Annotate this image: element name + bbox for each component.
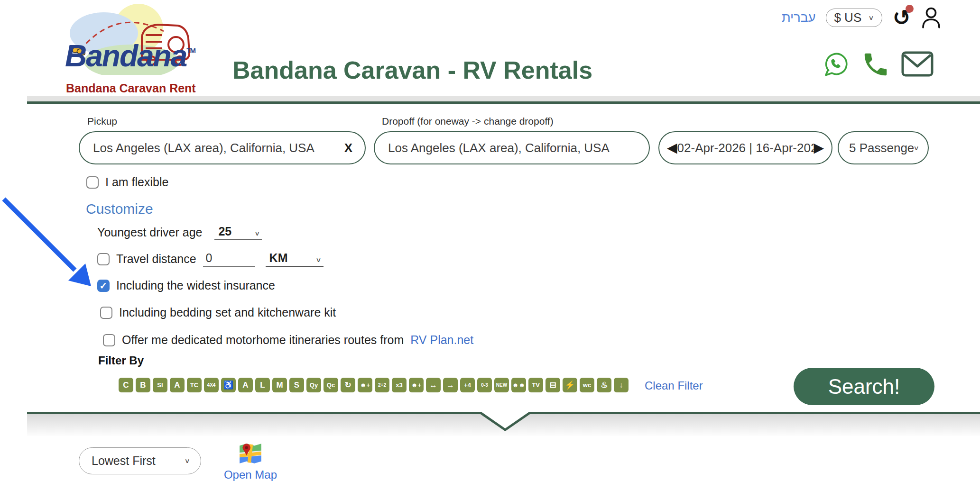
driver-age-label: Youngest driver age: [97, 226, 202, 239]
next-date-arrow-icon[interactable]: ▶: [814, 141, 824, 154]
filter-icons-row: CBSIATC4X4♿ALMSQyQc↻☻+2+2x3☻+↔→+40-3NEW☻…: [119, 378, 629, 392]
email-icon[interactable]: [901, 51, 934, 78]
filter-shower-icon[interactable]: ♨: [597, 378, 611, 392]
dropoff-value: Los Angeles (LAX area), California, USA: [388, 141, 610, 155]
contact-icons-row: [821, 49, 934, 80]
logo-subtitle: Bandana Caravan Rent: [66, 82, 196, 95]
filter-rv-small-icon[interactable]: S: [289, 378, 304, 392]
prev-date-arrow-icon[interactable]: ◀: [667, 141, 677, 154]
chevron-down-icon: ∨: [315, 256, 321, 264]
filter-class-si-icon[interactable]: SI: [153, 378, 167, 392]
filter-rv-dropoff-icon[interactable]: ↓: [614, 378, 629, 392]
sort-select[interactable]: Lowest First ∨: [79, 447, 201, 474]
trademark-symbol: TM: [186, 46, 195, 54]
filter-person-plus-icon[interactable]: ☻+: [358, 378, 372, 392]
filter-rv-medium-icon[interactable]: M: [272, 378, 287, 392]
flexible-checkbox[interactable]: ✓: [86, 176, 99, 189]
itineraries-label: Offer me dedicated motorhome itineraries…: [122, 333, 404, 347]
date-range-input[interactable]: ◀ 02-Apr-2026 | 16-Apr-2026 ▶: [658, 131, 832, 164]
chevron-down-icon: ∨: [254, 229, 260, 237]
filter-class-a-icon[interactable]: A: [170, 378, 185, 392]
dropoff-input[interactable]: Los Angeles (LAX area), California, USA: [374, 131, 650, 164]
page-title: Bandana Caravan - RV Rentals: [232, 56, 592, 84]
bedding-label: Including bedding set and kitchenware ki…: [119, 306, 336, 319]
filter-class-b-icon[interactable]: B: [136, 378, 150, 392]
bedding-checkbox[interactable]: ✓: [100, 307, 112, 319]
customize-toggle[interactable]: Customize: [86, 201, 153, 217]
filter-x3-icon[interactable]: x3: [392, 378, 407, 392]
site-logo[interactable]: BandanaTM Bandana Caravan Rent: [60, 4, 203, 97]
itineraries-checkbox[interactable]: ✓: [103, 334, 115, 346]
filter-quality-c-icon[interactable]: Qc: [324, 378, 338, 392]
filter-rv-oneway-icon[interactable]: →: [443, 378, 458, 392]
phone-icon[interactable]: [861, 49, 890, 80]
filter-rv-plus4-icon[interactable]: +4: [460, 378, 475, 392]
chevron-down-icon: ∨: [185, 457, 190, 465]
filter-seats-2plus2-icon[interactable]: 2+2: [375, 378, 389, 392]
logo-brand-text: BandanaTM: [65, 41, 195, 71]
filter-class-tc-icon[interactable]: TC: [187, 378, 202, 392]
page: BandanaTM Bandana Caravan Rent Bandana C…: [0, 0, 980, 481]
filter-rv-new-icon[interactable]: NEW: [494, 378, 509, 392]
open-map-button[interactable]: Open Map: [220, 441, 281, 481]
filter-wc-icon[interactable]: wc: [580, 378, 594, 392]
rv-plan-link[interactable]: RV Plan.net: [410, 333, 473, 347]
insurance-checkbox[interactable]: ✓: [97, 280, 110, 292]
insurance-row: ✓ Including the widest insurance: [97, 279, 275, 292]
filter-couple-icon[interactable]: ☻☻: [511, 378, 526, 392]
passengers-value: 5 Passengers: [849, 141, 914, 155]
driver-age-select[interactable]: 25 ∨: [214, 225, 262, 240]
pickup-value: Los Angeles (LAX area), California, USA: [93, 141, 314, 155]
filter-rotation-icon[interactable]: ↻: [341, 378, 355, 392]
language-link[interactable]: עברית: [782, 10, 815, 25]
search-button[interactable]: Search!: [794, 368, 934, 405]
filter-width-icon[interactable]: ↔: [426, 378, 441, 392]
travel-distance-row: ✓ Travel distance 0 KM ∨: [97, 251, 324, 267]
clear-pickup-button[interactable]: X: [344, 141, 352, 155]
dropoff-label: Dropoff (for oneway -> change dropoff): [382, 116, 554, 127]
travel-distance-input[interactable]: 0: [203, 251, 255, 267]
filter-4x4-icon[interactable]: 4X4: [204, 378, 219, 392]
date-range-value: 02-Apr-2026 | 16-Apr-2026: [677, 141, 814, 155]
filter-quality-y-icon[interactable]: Qy: [306, 378, 321, 392]
sort-value: Lowest First: [92, 454, 156, 468]
filter-rv-age-0-3-icon[interactable]: 0-3: [477, 378, 492, 392]
filter-family-plus-icon[interactable]: ☻+: [409, 378, 424, 392]
passengers-select[interactable]: 5 Passengers ∨: [838, 131, 929, 164]
insurance-label: Including the widest insurance: [116, 279, 275, 292]
driver-age-value: 25: [218, 225, 231, 238]
driver-age-row: Youngest driver age 25 ∨: [97, 225, 262, 240]
distance-unit-select[interactable]: KM ∨: [266, 251, 324, 267]
filter-bed-icon[interactable]: ⊟: [545, 378, 560, 392]
currency-value: $ US: [834, 10, 861, 25]
filter-wheelchair-icon[interactable]: ♿: [221, 378, 236, 392]
map-icon: [238, 441, 263, 466]
header-divider-line: [27, 101, 980, 104]
currency-select[interactable]: $ US ∨: [826, 9, 882, 27]
pickup-input[interactable]: Los Angeles (LAX area), California, USA …: [79, 131, 366, 164]
filter-power-icon[interactable]: ⚡: [563, 378, 577, 392]
filter-awning-icon[interactable]: A: [238, 378, 253, 392]
distance-unit-value: KM: [269, 251, 288, 265]
open-map-label: Open Map: [220, 468, 281, 481]
filter-rv-large-icon[interactable]: L: [255, 378, 270, 392]
filter-tv-icon[interactable]: TV: [528, 378, 543, 392]
history-icon[interactable]: ↺: [893, 7, 911, 28]
whatsapp-icon[interactable]: [821, 49, 851, 80]
clean-filter-link[interactable]: Clean Filter: [645, 379, 703, 392]
flexible-label: I am flexible: [105, 175, 168, 189]
chevron-down-icon: ∨: [914, 144, 919, 152]
travel-distance-label: Travel distance: [116, 252, 196, 266]
header-divider-band: [27, 96, 980, 101]
chevron-down-icon: ∨: [868, 14, 874, 22]
pickup-label: Pickup: [87, 116, 117, 127]
check-icon: ✓: [100, 281, 108, 290]
account-icon[interactable]: [921, 7, 941, 28]
filter-class-c-icon[interactable]: C: [119, 378, 133, 392]
travel-distance-checkbox[interactable]: ✓: [97, 253, 110, 265]
itineraries-row: ✓ Offer me dedicated motorhome itinerari…: [103, 333, 473, 347]
header-utility-row: עברית $ US ∨ ↺: [782, 7, 941, 28]
divider-notch-icon: [478, 412, 532, 433]
bedding-row: ✓ Including bedding set and kitchenware …: [100, 306, 336, 319]
flexible-row: ✓ I am flexible: [86, 175, 168, 189]
